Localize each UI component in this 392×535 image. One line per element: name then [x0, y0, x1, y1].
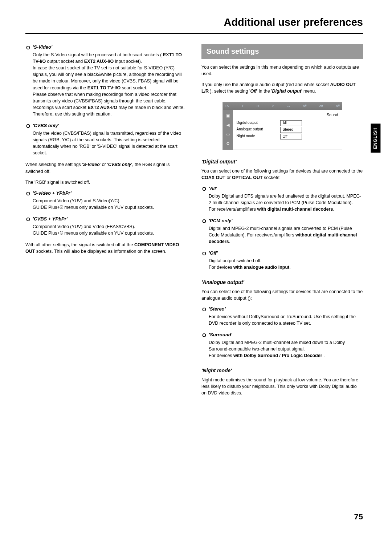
- osd-row: Digital output All: [237, 120, 338, 126]
- osd-top-item: ▭: [287, 104, 290, 109]
- tv-icon: ▣: [226, 113, 230, 119]
- text: ' menu.: [301, 89, 316, 94]
- term: S-Video: [83, 162, 100, 167]
- subheading-digital-output: 'Digital output': [201, 158, 363, 165]
- text: Only the video (CVBS/FBAS) signal is tra…: [33, 130, 187, 157]
- option-title: 'Surround': [209, 332, 232, 337]
- text: Dolby Digital and MPEG-2 multi-channel a…: [209, 339, 363, 352]
- option-title: 'CVBS only': [33, 123, 59, 128]
- text: GUIDE Plus+® menus only available on YUV…: [33, 230, 187, 236]
- option-title: 'S-Video': [33, 44, 52, 50]
- subheading-night-mode: 'Night mode': [201, 367, 363, 374]
- text: Component Video (YUV) and Video (FBAS/CV…: [33, 223, 187, 230]
- term: EXT2 AUX-I/O: [84, 59, 114, 64]
- record-icon: ▭: [226, 131, 230, 137]
- option-title: 'All': [209, 186, 217, 191]
- option-cvbs-ypbpr: O 'CVBS + YPbPr' Component Video (YUV) a…: [25, 216, 187, 236]
- option-title: 'Stereo': [209, 306, 226, 312]
- text: When selecting the settings ': [25, 162, 83, 167]
- text: The 'RGB' signal is switched off.: [25, 179, 187, 186]
- text: ' in the ': [257, 89, 272, 94]
- text: .: [333, 207, 334, 212]
- text: Digital output switched off.: [209, 258, 363, 264]
- content-columns: O 'S-Video' Only the S-Video signal will…: [25, 44, 363, 401]
- osd-top-item: off: [336, 104, 340, 109]
- subheading-analogue-output: 'Analogue output': [201, 279, 363, 286]
- osd-value: Off: [280, 134, 302, 140]
- text: For devices without DolbySurround or Tru…: [209, 313, 363, 327]
- text: Night mode optimises the sound for playb…: [201, 377, 363, 396]
- term: Off: [250, 89, 257, 94]
- settings-icon: ⚙: [226, 141, 230, 147]
- option-s-video: O 'S-Video' Only the S-Video signal will…: [25, 44, 187, 117]
- osd-value: Stereo: [280, 127, 302, 133]
- text: scart socket.: [121, 85, 147, 90]
- option-stereo: O 'Stereo' For devices without DolbySurr…: [201, 306, 363, 327]
- text: sockets:: [263, 175, 281, 180]
- text: output socket and: [46, 59, 84, 64]
- text: If you only use the analogue audio outpu…: [201, 82, 330, 87]
- text: Dolby Digital and DTS signals are fed un…: [209, 193, 363, 206]
- osd-top-item: T: [242, 104, 244, 109]
- option-pcm-only: O 'PCM only' Digital and MPEG-2 multi-ch…: [201, 218, 363, 245]
- term: Digital output: [272, 89, 302, 94]
- term: with Dolby Surround / Pro Logic Decoder: [233, 353, 322, 358]
- osd-label: Analogue output: [237, 127, 280, 133]
- bullet-icon: O: [201, 218, 209, 245]
- text: GUIDE Plus+® menus only available on YUV…: [33, 204, 187, 211]
- text: may be made in black and white.: [117, 105, 185, 110]
- text: or: [225, 175, 232, 180]
- term: COAX OUT: [201, 175, 225, 180]
- text: For receivers/amplifiers: [209, 207, 257, 212]
- bullet-icon: O: [201, 306, 209, 327]
- osd-row: Night mode Off: [237, 134, 338, 140]
- term: with analogue audio input: [233, 265, 289, 270]
- text: input socket).: [114, 59, 142, 64]
- left-column: O 'S-Video' Only the S-Video signal will…: [25, 44, 187, 401]
- option-title: 'Off': [209, 250, 218, 256]
- text: Component Video (YUV) and S-Video(Y/C).: [33, 198, 187, 204]
- bullet-icon: O: [25, 122, 33, 156]
- text: .: [229, 239, 230, 244]
- bullet-icon: O: [201, 332, 209, 359]
- bullet-icon: O: [201, 185, 209, 212]
- text: ' or ': [100, 162, 108, 167]
- osd-top-item: off: [303, 104, 306, 109]
- bullet-icon: O: [25, 190, 33, 211]
- osd-label: Digital output: [237, 120, 280, 126]
- osd-row: Analogue output Stereo: [237, 127, 338, 133]
- osd-figure: TA T C ⎚ ▭ off on off ▣ ◀ ▭ ⚙ Sound: [222, 102, 342, 150]
- osd-label: Night mode: [237, 134, 280, 140]
- option-svideo-ypbpr: O 'S-video + YPbPr' Component Video (YUV…: [25, 190, 187, 211]
- text: sockets. This will also be displayed as …: [35, 249, 166, 254]
- term: with digital multi-channel decoders: [257, 207, 333, 212]
- osd-topbar: TA T C ⎚ ▭ off on off: [223, 102, 342, 110]
- osd-top-item: on: [319, 104, 323, 109]
- page-number: 75: [354, 511, 363, 523]
- term: OPTICAL OUT: [232, 175, 263, 180]
- text: You can select the settings in this menu…: [201, 64, 363, 77]
- section-heading: Sound settings: [201, 44, 363, 59]
- text: For devices: [209, 353, 233, 358]
- text: For devices: [209, 265, 233, 270]
- option-off: O 'Off' Digital output switched off. For…: [201, 250, 363, 271]
- bullet-icon: O: [25, 216, 33, 236]
- option-surround: O 'Surround' Dolby Digital and MPEG-2 mu…: [201, 332, 363, 359]
- bullet-icon: O: [25, 44, 33, 117]
- osd-top-item: ⎚: [272, 104, 274, 109]
- bullet-icon: O: [201, 250, 209, 271]
- option-title: 'CVBS + YPbPr': [33, 216, 68, 222]
- term: EXT1 TO TV-I/O: [87, 85, 121, 90]
- page-title: Additional user preferences: [25, 15, 363, 34]
- language-tab: ENGLISH: [371, 123, 380, 153]
- text: .: [289, 265, 290, 270]
- right-column: Sound settings You can select the settin…: [201, 44, 363, 401]
- option-title: 'PCM only': [209, 218, 232, 223]
- option-title: 'S-video + YPbPr': [33, 190, 72, 196]
- text: With all other settings, the signal is s…: [25, 242, 134, 247]
- term: EXT2 AUX-I/O: [87, 105, 117, 110]
- osd-value: All: [280, 120, 302, 126]
- text: You can select one of the following sett…: [201, 288, 363, 301]
- option-cvbs-only: O 'CVBS only' Only the video (CVBS/FBAS)…: [25, 122, 187, 156]
- text: Only the S-Video signal will be processe…: [33, 52, 163, 57]
